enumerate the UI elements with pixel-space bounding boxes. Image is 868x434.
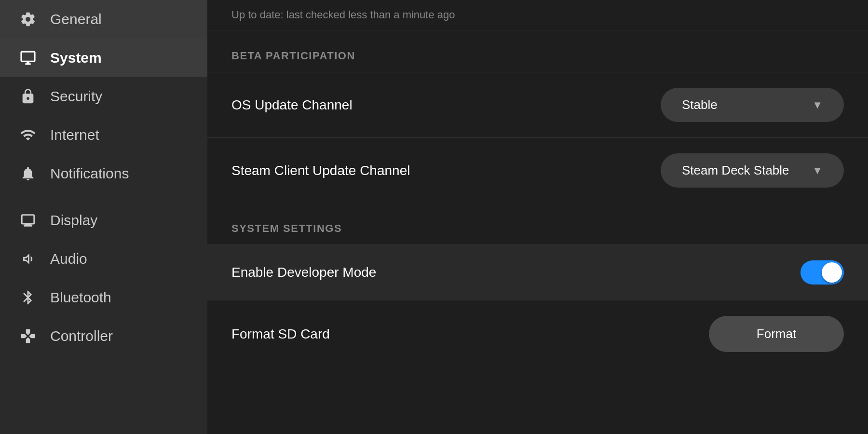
chevron-down-icon: ▼	[812, 99, 823, 111]
os-update-channel-dropdown[interactable]: Stable ▼	[661, 88, 844, 122]
steam-client-update-channel-row: Steam Client Update Channel Steam Deck S…	[207, 137, 868, 203]
developer-mode-row: Enable Developer Mode	[207, 244, 868, 300]
sidebar-item-notifications[interactable]: Notifications	[0, 154, 207, 193]
sidebar-divider	[14, 197, 193, 197]
display-icon	[19, 212, 37, 229]
format-sd-card-label: Format SD Card	[231, 326, 330, 342]
os-update-channel-label: OS Update Channel	[231, 97, 353, 113]
gamepad-icon	[19, 327, 37, 345]
developer-mode-toggle[interactable]	[800, 260, 844, 285]
lock-icon	[19, 88, 37, 105]
sidebar-item-controller[interactable]: Controller	[0, 317, 207, 355]
developer-mode-label: Enable Developer Mode	[231, 265, 376, 280]
os-update-channel-dropdown-wrapper: Stable ▼	[661, 88, 844, 122]
steam-client-update-channel-label: Steam Client Update Channel	[231, 163, 410, 178]
sidebar-item-internet[interactable]: Internet	[0, 116, 207, 154]
status-text: Up to date: last checked less than a min…	[207, 0, 868, 30]
gear-icon	[19, 11, 37, 28]
sidebar-item-security-label: Security	[50, 88, 102, 105]
bell-icon	[19, 165, 37, 182]
system-settings-header: SYSTEM SETTINGS	[207, 203, 868, 244]
steam-client-update-channel-value: Steam Deck Stable	[682, 163, 789, 178]
sidebar-item-controller-label: Controller	[50, 328, 113, 344]
sidebar-item-general[interactable]: General	[0, 0, 207, 39]
sidebar-item-bluetooth-label: Bluetooth	[50, 289, 111, 306]
sidebar-item-display[interactable]: Display	[0, 201, 207, 240]
toggle-knob	[822, 262, 842, 283]
speaker-icon	[19, 250, 37, 268]
format-button[interactable]: Format	[709, 316, 844, 352]
wifi-icon	[19, 126, 37, 144]
main-content: Up to date: last checked less than a min…	[207, 0, 868, 434]
sidebar-item-audio[interactable]: Audio	[0, 240, 207, 278]
monitor-icon	[19, 49, 37, 67]
sidebar-item-system-label: System	[50, 50, 102, 66]
beta-section-header: BETA PARTICIPATION	[207, 30, 868, 72]
sidebar-item-internet-label: Internet	[50, 127, 99, 143]
sidebar-item-general-label: General	[50, 11, 102, 27]
sidebar-item-notifications-label: Notifications	[50, 165, 129, 182]
chevron-down-icon-2: ▼	[812, 164, 823, 177]
steam-client-update-channel-dropdown[interactable]: Steam Deck Stable ▼	[661, 153, 844, 188]
sidebar-item-display-label: Display	[50, 212, 97, 229]
os-update-channel-row: OS Update Channel Stable ▼	[207, 72, 868, 137]
sidebar-item-bluetooth[interactable]: Bluetooth	[0, 278, 207, 317]
format-sd-card-row: Format SD Card Format	[207, 300, 868, 367]
bluetooth-icon	[19, 289, 37, 306]
sidebar: General System Security Internet	[0, 0, 207, 434]
sidebar-item-audio-label: Audio	[50, 251, 87, 267]
os-update-channel-value: Stable	[682, 97, 718, 112]
sidebar-item-security[interactable]: Security	[0, 77, 207, 116]
sidebar-item-system[interactable]: System	[0, 39, 207, 77]
steam-client-update-channel-dropdown-wrapper: Steam Deck Stable ▼	[661, 153, 844, 188]
